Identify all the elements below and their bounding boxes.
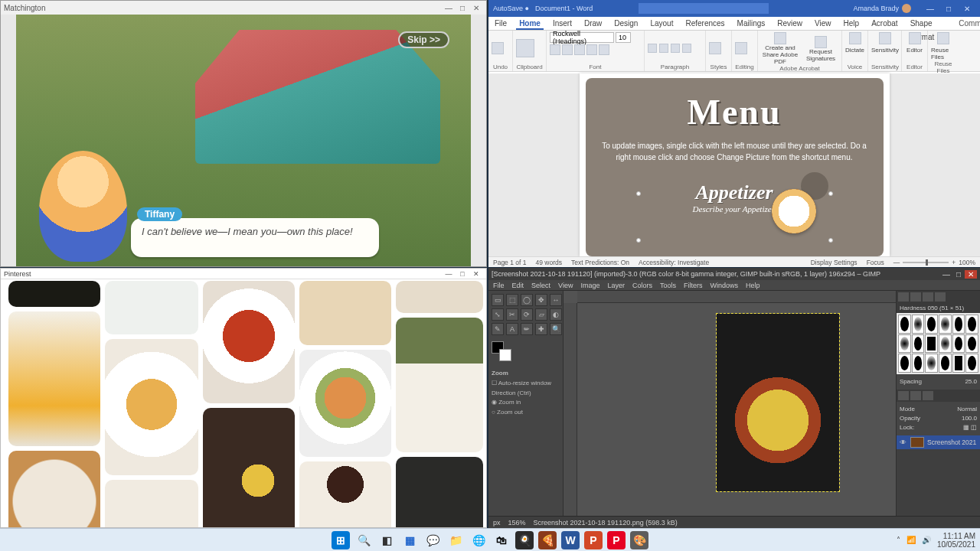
close-button[interactable]: ✕ <box>469 4 483 12</box>
pin[interactable] <box>105 281 198 334</box>
selection-handle[interactable] <box>828 191 833 196</box>
color-button[interactable] <box>599 44 609 55</box>
taskbar-pinterest-icon[interactable]: P <box>607 531 626 549</box>
menu-edit[interactable]: Edit <box>512 282 524 289</box>
tool-button[interactable]: A <box>506 323 518 335</box>
brush-grid[interactable] <box>897 313 980 374</box>
canvas-image[interactable] <box>717 314 839 491</box>
minimize-button[interactable]: — <box>922 5 939 13</box>
tab-layout[interactable]: Layout <box>647 17 676 30</box>
pin[interactable] <box>396 318 483 452</box>
tool-button[interactable]: ▱ <box>535 308 547 321</box>
layer-row[interactable]: 👁 Screenshot 2021 <box>897 435 980 449</box>
font-size-select[interactable]: 10 <box>616 32 631 43</box>
tab-home[interactable]: Home <box>516 17 544 30</box>
maximize-button[interactable]: □ <box>952 270 965 279</box>
dock-tab[interactable] <box>910 292 921 302</box>
close-button[interactable]: ✕ <box>965 270 977 279</box>
appetizer-image[interactable] <box>772 189 816 233</box>
zoom-in-radio[interactable]: ◉ Zoom in <box>492 399 521 406</box>
tool-button[interactable]: 🔍 <box>550 323 562 335</box>
italic-button[interactable] <box>562 44 573 55</box>
maximize-button[interactable]: □ <box>456 270 469 278</box>
pin[interactable] <box>299 350 391 457</box>
accessibility[interactable]: Accessibility: Investigate <box>639 259 709 266</box>
text-predictions[interactable]: Text Predictions: On <box>571 259 629 266</box>
taskbar-store-icon[interactable]: 🛍 <box>492 531 511 549</box>
zoom-level[interactable]: 156% <box>508 519 526 527</box>
tool-button[interactable]: ◯ <box>521 294 533 306</box>
numbering-button[interactable] <box>659 44 668 53</box>
skip-button[interactable]: Skip >> <box>398 31 449 48</box>
unit[interactable]: px <box>493 519 501 527</box>
dock-tab[interactable] <box>898 391 909 400</box>
tray-chevron-icon[interactable]: ˄ <box>897 536 900 544</box>
taskbar-chat-icon[interactable]: 💬 <box>423 531 442 549</box>
selection-handle[interactable] <box>636 238 641 243</box>
display-settings[interactable]: Display Settings <box>811 259 858 266</box>
taskbar-gimp-icon[interactable]: 🎨 <box>630 531 648 549</box>
align-center-button[interactable] <box>682 44 691 53</box>
pin[interactable] <box>105 480 198 527</box>
pin[interactable] <box>203 281 295 403</box>
mode-value[interactable]: Normal <box>957 405 977 414</box>
menu-filters[interactable]: Filters <box>684 282 703 289</box>
bullets-button[interactable] <box>648 44 657 53</box>
dock-tab[interactable] <box>935 292 946 302</box>
focus-button[interactable]: Focus <box>867 259 884 266</box>
dock-tab[interactable] <box>898 292 909 302</box>
zoom-slider[interactable] <box>903 262 949 263</box>
taskbar-photo2-icon[interactable]: 🍕 <box>538 531 557 549</box>
close-button[interactable]: ✕ <box>469 270 483 278</box>
editor-button[interactable] <box>909 32 921 44</box>
page-area[interactable]: Menu To update images, single click with… <box>488 73 980 256</box>
tool-button[interactable]: ✎ <box>492 323 504 335</box>
minimize-button[interactable]: — <box>940 270 952 279</box>
undo-icon[interactable] <box>492 42 504 54</box>
tab-references[interactable]: References <box>682 17 727 30</box>
dialog-box[interactable]: Tiffany I can't believe we—I mean you—ow… <box>131 218 379 257</box>
search-field[interactable] <box>639 3 769 14</box>
menu-select[interactable]: Select <box>531 282 550 289</box>
wifi-icon[interactable]: 📶 <box>906 536 916 544</box>
tab-view[interactable]: View <box>812 17 835 30</box>
spacing-value[interactable]: 25.0 <box>965 377 977 386</box>
pin[interactable] <box>8 451 100 527</box>
tab-insert[interactable]: Insert <box>550 17 575 30</box>
dictate-button[interactable] <box>849 32 861 44</box>
tool-button[interactable]: ◐ <box>550 308 562 321</box>
account-button[interactable]: Amanda Brady <box>853 4 911 13</box>
appetizer-heading[interactable]: Appetizer <box>695 181 773 204</box>
taskbar-powerpoint-icon[interactable]: P <box>584 531 603 549</box>
create-pdf-button[interactable] <box>774 32 786 44</box>
styles-button[interactable] <box>709 42 721 54</box>
menu-image[interactable]: Image <box>580 282 599 289</box>
pin[interactable] <box>299 281 391 345</box>
page-count[interactable]: Page 1 of 1 <box>493 259 526 266</box>
pin[interactable] <box>8 281 100 307</box>
font-name-select[interactable]: Rockwell (Headings) <box>550 32 614 43</box>
tool-button[interactable]: ↔ <box>550 294 562 306</box>
layer-list[interactable]: 👁 Screenshot 2021 <box>897 435 980 516</box>
clock[interactable]: 11:11 AM 10/05/2021 <box>937 532 975 549</box>
sensitivity-button[interactable] <box>879 32 891 44</box>
taskbar-explorer-icon[interactable]: 📁 <box>446 531 465 549</box>
pin[interactable] <box>203 408 295 527</box>
tool-button[interactable]: ⤡ <box>492 308 504 321</box>
taskbar-edge-icon[interactable]: 🌐 <box>469 531 488 549</box>
autoresize-checkbox[interactable]: ☐ Auto-resize window <box>492 380 551 386</box>
tool-button[interactable]: ⟳ <box>521 308 533 321</box>
taskbar-start-icon[interactable]: ⊞ <box>332 531 350 549</box>
tab-mailings[interactable]: Mailings <box>734 17 769 30</box>
tab-draw[interactable]: Draw <box>581 17 605 30</box>
tool-button[interactable]: ✏ <box>521 323 533 335</box>
minimize-button[interactable]: — <box>442 270 456 278</box>
opacity-value[interactable]: 100.0 <box>962 414 977 423</box>
tab-shape-format[interactable]: Shape Format <box>907 17 938 30</box>
volume-icon[interactable]: 🔊 <box>922 536 931 544</box>
menu-tools[interactable]: Tools <box>660 282 676 289</box>
pin[interactable] <box>299 461 391 527</box>
selection-handle[interactable] <box>828 238 833 243</box>
canvas-area[interactable] <box>564 291 896 516</box>
menu-windows[interactable]: Windows <box>710 282 738 289</box>
